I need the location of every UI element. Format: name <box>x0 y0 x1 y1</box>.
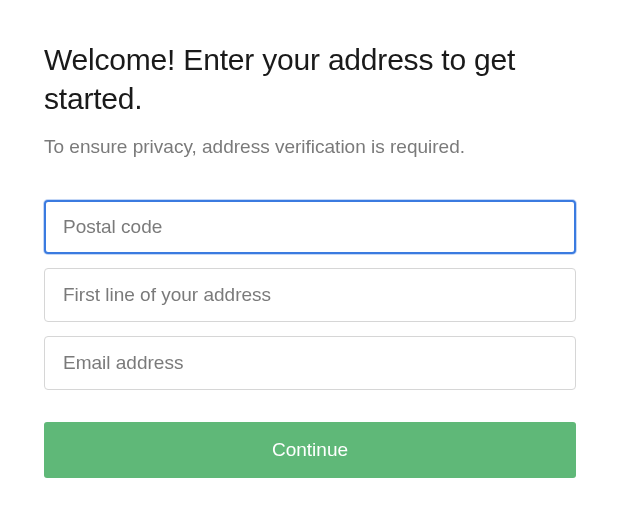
page-subtitle: To ensure privacy, address verification … <box>44 136 576 158</box>
address-form <box>44 200 576 390</box>
email-input[interactable] <box>44 336 576 390</box>
address-line-input[interactable] <box>44 268 576 322</box>
continue-button[interactable]: Continue <box>44 422 576 478</box>
page-title: Welcome! Enter your address to get start… <box>44 40 576 118</box>
postal-code-input[interactable] <box>44 200 576 254</box>
